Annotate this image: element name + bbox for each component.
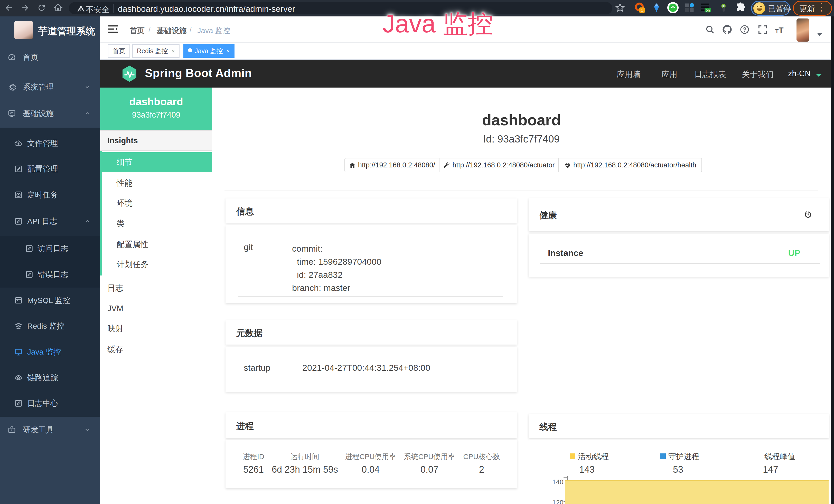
svg-text:on: on xyxy=(706,8,710,12)
svg-text:T: T xyxy=(778,26,784,35)
svg-text:1: 1 xyxy=(641,8,643,13)
svg-text:T: T xyxy=(775,28,778,35)
